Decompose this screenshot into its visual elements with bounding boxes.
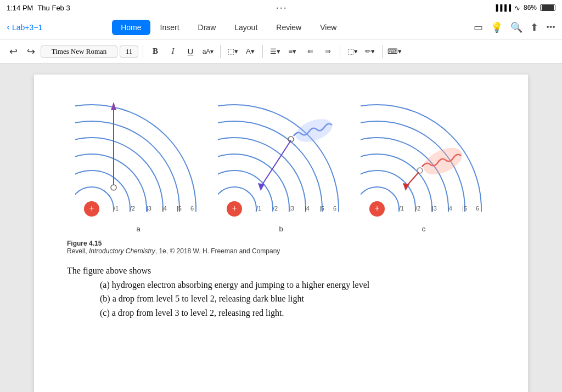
divider-3 [262,45,263,58]
svg-text:|3: |3 [432,205,437,212]
font-size-selector[interactable]: 11 [120,46,138,58]
more-icon[interactable]: ••• [546,22,555,32]
doc-page: /1 /2 |3 |4 |5 6 + a [34,75,528,392]
svg-point-15 [111,185,116,190]
status-bar: 1:14 PM Thu Feb 3 ● ● ● ▐▐▐▐ ∿ 86% [0,0,562,15]
figure-caption-text: Revell, Introductory Chemistry, 1e, © 20… [67,247,280,255]
font-color-button[interactable]: A▾ [243,44,258,59]
svg-text:|4: |4 [447,205,452,212]
list-button[interactable]: ≡▾ [285,44,300,59]
svg-text:+: + [232,204,237,213]
line-a-text: (a) hydrogen electron absorbing energy a… [100,278,495,292]
figure-caption-bold: Figure 4.15 [67,240,102,247]
wifi-icon: ∿ [514,4,520,12]
panel-a-label: a [136,225,140,233]
battery-percent: 86% [524,4,537,12]
editor-button[interactable]: ⌨▾ [387,44,402,59]
divider-5 [382,45,383,58]
tablet-icon[interactable]: ▭ [474,21,483,33]
svg-point-39 [361,171,415,223]
nav-bar: ‹ Lab+3−1 Home Insert Draw Layout Review… [0,15,562,39]
style-button[interactable]: ✏▾ [362,44,378,59]
svg-text:/2: /2 [415,205,420,212]
diagram-c: /1 /2 |3 |4 |5 6 + [361,91,487,223]
italic-button[interactable]: I [165,44,181,59]
figure-panel-a: /1 /2 |3 |4 |5 6 + a [75,91,201,233]
svg-text:/1: /1 [399,205,404,212]
svg-text:/1: /1 [114,205,119,212]
undo-button[interactable]: ↩ [5,44,21,59]
svg-point-2 [75,171,130,223]
svg-rect-0 [75,91,201,212]
paragraph-button[interactable]: ☰▾ [267,44,283,59]
underline-button[interactable]: U [183,44,198,59]
bulb-icon[interactable]: 💡 [491,21,503,33]
status-left: 1:14 PM Thu Feb 3 [7,4,70,12]
panel-c-label: c [422,225,426,233]
svg-text:|5: |5 [462,205,467,212]
diagram-b: /1 /2 |3 |4 |5 6 + [218,91,344,223]
svg-text:6: 6 [476,205,479,212]
toolbar: ↩ ↪ Times New Roman 11 B I U aA▾ ⬚▾ A▾ ☰… [0,39,562,64]
panel-b-label: b [279,225,283,233]
doc-area[interactable]: /1 /2 |3 |4 |5 6 + a [0,64,562,392]
svg-text:6: 6 [190,205,194,212]
status-right: ▐▐▐▐ ∿ 86% [494,4,555,12]
svg-marker-17 [111,102,116,110]
divider-1 [143,45,143,58]
svg-text:+: + [374,204,379,213]
tab-home[interactable]: Home [112,20,150,35]
back-chevron-icon: ‹ [7,21,10,33]
nav-tabs: Home Insert Draw Layout Review View [112,20,345,35]
svg-text:/2: /2 [273,205,278,212]
search-icon[interactable]: 🔍 [510,21,522,33]
tab-view[interactable]: View [311,20,345,35]
svg-text:|3: |3 [289,205,294,212]
tab-draw[interactable]: Draw [189,20,225,35]
highlight-button[interactable]: ⬚▾ [225,44,240,59]
svg-line-34 [262,140,291,185]
redo-button[interactable]: ↪ [23,44,38,59]
text-aa-button[interactable]: aA▾ [200,44,216,59]
align-button[interactable]: ⬚▾ [345,44,360,59]
nav-back-label[interactable]: Lab+3−1 [12,23,42,32]
figure-caption: Figure 4.15 Revell, Introductory Chemist… [67,240,495,255]
svg-line-53 [407,172,419,185]
diagram-a: /1 /2 |3 |4 |5 6 + [75,91,201,223]
line-b-text: (b) a drop from level 5 to level 2, rele… [100,292,495,306]
nav-back[interactable]: ‹ Lab+3−1 [7,21,42,33]
divider-4 [340,45,340,58]
battery-icon [540,4,555,11]
bold-button[interactable]: B [148,44,163,59]
svg-rect-37 [361,91,487,212]
svg-text:+: + [89,204,94,213]
indent-button[interactable]: ⇒ [320,44,335,59]
tab-review[interactable]: Review [267,20,310,35]
tab-insert[interactable]: Insert [151,20,188,35]
font-name-selector[interactable]: Times New Roman [41,46,117,58]
figure-panel-b: /1 /2 |3 |4 |5 6 + [218,91,344,233]
time-display: 1:14 PM [7,4,33,12]
svg-point-20 [218,171,273,223]
svg-text:|3: |3 [147,205,151,212]
svg-marker-35 [258,183,265,191]
divider-2 [220,45,221,58]
svg-text:6: 6 [333,205,336,212]
svg-text:|4: |4 [305,205,310,212]
date-display: Thu Feb 3 [37,4,70,12]
body-text: The figure above shows (a) hydrogen elec… [67,264,495,320]
share-icon[interactable]: ⬆ [530,21,538,33]
status-dots: ● ● ● [276,6,285,9]
svg-rect-18 [218,91,344,212]
svg-text:|5: |5 [319,205,324,212]
svg-text:/2: /2 [130,205,135,212]
nav-right-icons: ▭ 💡 🔍 ⬆ ••• [474,21,555,33]
tab-layout[interactable]: Layout [226,20,266,35]
signal-icon: ▐▐▐▐ [494,4,511,11]
svg-text:/1: /1 [256,205,261,212]
svg-text:|5: |5 [177,205,182,212]
figure-panel-c: /1 /2 |3 |4 |5 6 + [361,91,487,233]
intro-text: The figure above shows [67,264,495,278]
outdent-button[interactable]: ⇐ [302,44,318,59]
svg-point-55 [419,143,467,180]
